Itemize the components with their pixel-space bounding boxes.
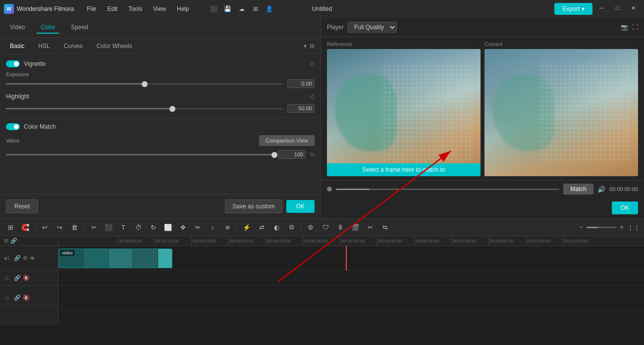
smart-select-icon[interactable]: ⊞ [4, 221, 17, 234]
volume-icon[interactable]: 🔊 [597, 186, 605, 193]
audio-track-1 [58, 271, 644, 286]
speed-icon[interactable]: ⚡ [240, 221, 253, 234]
monitor-icon[interactable]: ⬛ [208, 3, 220, 15]
value-slider-value[interactable]: 100 [278, 150, 306, 159]
menu-help[interactable]: Help [172, 3, 194, 14]
playhead[interactable] [346, 246, 347, 270]
zoom-slider[interactable] [587, 227, 616, 228]
layer-icon[interactable]: ⧉ [285, 221, 298, 234]
audio-track-link-icon-2[interactable]: 🔗 [14, 295, 21, 301]
rotate-icon[interactable]: ↻ [147, 221, 160, 234]
highlight-reset-icon[interactable]: ◇ [310, 93, 315, 100]
cloud-icon[interactable]: ☁ [236, 3, 248, 15]
right-ok-button[interactable]: OK [612, 201, 638, 214]
right-panel: Player Full Quality 📷 ⛶ Reference Select… [321, 18, 644, 218]
crop-icon[interactable]: ⬛ [102, 221, 115, 234]
timer-icon[interactable]: ⏱ [132, 221, 145, 234]
video-clip[interactable]: video [58, 248, 172, 268]
value-slider[interactable] [6, 154, 274, 155]
layout-icon[interactable]: ⊞ [310, 43, 315, 49]
subtab-basic[interactable]: Basic [6, 41, 28, 51]
video-track-settings-icon[interactable]: ⚙ [23, 255, 28, 261]
save-icon[interactable]: 💾 [222, 3, 234, 15]
audio-icon[interactable]: ♪ [206, 221, 219, 234]
match-button[interactable]: Match [563, 184, 593, 195]
magnet-icon[interactable]: 🧲 [19, 221, 32, 234]
subtab-curves[interactable]: Curves [60, 41, 87, 51]
redo-icon[interactable]: ↪ [53, 221, 66, 234]
zoom-in-icon[interactable]: ＋ [618, 223, 625, 232]
shield-icon[interactable]: 🛡 [319, 221, 332, 234]
clip-label: video [60, 250, 75, 256]
menu-tools[interactable]: Tools [123, 3, 147, 14]
delete-icon[interactable]: 🗑 [68, 221, 81, 234]
vignette-reset-icon[interactable]: ◇ [310, 60, 315, 67]
scene-icon[interactable]: 🎬 [349, 221, 362, 234]
minimize-button[interactable]: ─ [594, 3, 608, 13]
save-custom-button[interactable]: Save as custom [225, 199, 282, 213]
chain-icon[interactable]: 🔗 [10, 238, 17, 244]
ruler-mark-9: 00:00:50:00 [451, 236, 488, 246]
audio-track-2 [58, 291, 644, 310]
fullscreen-icon[interactable]: ⛶ [632, 24, 638, 31]
ruler-mark-3: 00:00:20:00 [228, 236, 266, 246]
tab-speed[interactable]: Speed [67, 22, 92, 34]
video-track-link-icon[interactable]: 🔗 [14, 255, 21, 261]
audio-track-mute-icon[interactable]: 🔇 [23, 275, 30, 281]
ok-button[interactable]: OK [286, 200, 315, 213]
track-controls: ■1 🔗 ⚙ 👁 ♪1 🔗 🔇 ♪1 🔗 🔇 [0, 246, 58, 325]
highlight-slider[interactable] [6, 108, 283, 109]
audio-track-control: ♪1 🔗 🔇 [0, 271, 58, 286]
reset-button[interactable]: Reset [6, 199, 38, 213]
playback-timeline[interactable] [336, 189, 559, 190]
user-icon[interactable]: 👤 [264, 3, 275, 15]
frame-icon[interactable]: ⬜ [161, 221, 174, 234]
audio-track-mute-icon-2[interactable]: 🔇 [23, 295, 30, 301]
quality-select[interactable]: Full Quality [348, 22, 397, 33]
menu-edit[interactable]: Edit [103, 3, 123, 14]
link-icon[interactable]: ⊞ [4, 238, 8, 244]
scissors-icon[interactable]: ✂ [364, 221, 376, 234]
exposure-value[interactable]: 0.00 [287, 79, 315, 88]
close-button[interactable]: ✕ [626, 3, 640, 13]
grid-view-icon[interactable]: ⋮⋮ [627, 221, 640, 234]
reference-image[interactable]: Select a frame here to match to [327, 49, 481, 176]
equalizer-icon[interactable]: ≋ [221, 221, 234, 234]
mask-icon[interactable]: ◐ [270, 221, 283, 234]
cut-icon[interactable]: ✂ [87, 221, 100, 234]
pen-icon[interactable]: ✏ [191, 221, 204, 234]
time-display: 00:00:00:00 [609, 186, 638, 192]
tab-video[interactable]: Video [6, 22, 29, 34]
subtab-color-wheels[interactable]: Color Wheels [93, 41, 136, 51]
grid-icon[interactable]: ⊞ [250, 3, 262, 15]
current-image [484, 49, 638, 176]
settings-gear-icon[interactable]: ⚙ [304, 221, 317, 234]
menu-file[interactable]: File [82, 3, 101, 14]
maximize-button[interactable]: □ [610, 3, 624, 13]
color-match-toggle[interactable] [6, 123, 20, 130]
exposure-slider[interactable] [6, 83, 283, 85]
zoom-out-icon[interactable]: － [578, 223, 585, 232]
video-track: video [58, 246, 644, 271]
reference-label: Reference [327, 41, 481, 47]
mic-icon[interactable]: 🎙 [334, 221, 347, 234]
subtab-hsl[interactable]: HSL [34, 41, 54, 51]
video-track-hide-icon[interactable]: 👁 [30, 255, 35, 261]
transition-icon[interactable]: ⇄ [255, 221, 268, 234]
screenshot-icon[interactable]: 📷 [621, 24, 628, 31]
undo-icon[interactable]: ↩ [38, 221, 51, 234]
export-button[interactable]: Export ▾ [554, 3, 592, 15]
dropdown-icon[interactable]: ▾ [304, 43, 307, 49]
text-icon[interactable]: T [117, 221, 130, 234]
audio-track-link-icon[interactable]: 🔗 [14, 275, 21, 281]
comparison-view-button[interactable]: Comparison View [259, 135, 315, 146]
titlebar: W Wondershare Filmora File Edit Tools Vi… [0, 0, 644, 18]
ruler-mark-1: 00:00:10:00 [154, 236, 191, 246]
frame-match-tooltip[interactable]: Select a frame here to match to [327, 163, 481, 176]
menu-view[interactable]: View [148, 3, 171, 14]
replace-icon[interactable]: ⇆ [378, 221, 391, 234]
move-icon[interactable]: ✥ [176, 221, 189, 234]
vignette-toggle[interactable] [6, 60, 20, 67]
highlight-value[interactable]: 50.00 [287, 104, 315, 113]
tab-color[interactable]: Color [37, 22, 59, 34]
